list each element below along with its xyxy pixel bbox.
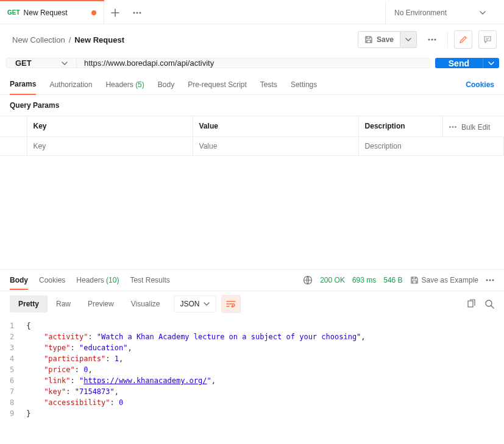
save-icon <box>364 35 373 44</box>
svg-point-3 <box>428 39 430 41</box>
send-button-group: Send <box>435 58 499 68</box>
tab-headers[interactable]: Headers (5) <box>105 75 144 94</box>
method-label: GET <box>15 58 32 68</box>
view-visualize-button[interactable]: Visualize <box>122 295 169 312</box>
cookies-link[interactable]: Cookies <box>466 80 494 89</box>
format-select[interactable]: JSON <box>174 295 216 312</box>
tab-tests[interactable]: Tests <box>260 75 277 94</box>
dots-icon <box>428 38 436 41</box>
status-size: 546 B <box>383 276 402 284</box>
viewer-right-controls <box>466 299 494 309</box>
format-label: JSON <box>180 300 200 308</box>
svg-point-4 <box>431 39 433 41</box>
tab-method-label: GET <box>7 9 20 16</box>
tab-body[interactable]: Body <box>158 75 174 94</box>
breadcrumb: New Collection / New Request <box>12 35 352 44</box>
description-column-header: Description <box>358 116 442 137</box>
breadcrumb-request: New Request <box>74 35 124 44</box>
svg-point-6 <box>449 126 450 127</box>
view-preview-button[interactable]: Preview <box>79 295 122 312</box>
checkbox-column-header <box>0 116 27 137</box>
send-button[interactable]: Send <box>435 58 483 68</box>
description-input[interactable] <box>365 142 497 150</box>
tab-prerequest[interactable]: Pre-request Script <box>188 75 247 94</box>
svg-point-7 <box>452 126 453 127</box>
response-tab-headers-label: Headers <box>76 276 104 284</box>
url-row: GET Send <box>0 55 504 74</box>
save-label: Save <box>377 35 394 44</box>
view-pretty-button[interactable]: Pretty <box>10 295 48 312</box>
bulk-edit-header[interactable]: Bulk Edit <box>443 116 504 137</box>
save-icon <box>410 276 419 284</box>
save-button[interactable]: Save <box>358 31 400 48</box>
comment-icon <box>483 35 492 44</box>
bulk-edit-label: Bulk Edit <box>461 123 490 132</box>
svg-point-8 <box>455 126 456 127</box>
copy-icon[interactable] <box>466 299 476 309</box>
new-tab-button[interactable] <box>104 9 126 17</box>
svg-point-5 <box>435 39 436 41</box>
url-input[interactable] <box>77 58 430 68</box>
value-input[interactable] <box>199 142 352 150</box>
globe-icon[interactable] <box>303 275 313 285</box>
save-as-example-button[interactable]: Save as Example <box>410 276 478 284</box>
value-column-header: Value <box>193 116 358 137</box>
search-icon[interactable] <box>484 299 494 309</box>
chevron-down-icon <box>204 302 210 306</box>
send-dropdown-button[interactable] <box>483 58 499 68</box>
svg-point-1 <box>137 12 138 13</box>
line-gutter: 123456789 <box>0 317 20 444</box>
unsaved-dot-icon <box>91 10 96 15</box>
pencil-icon <box>459 35 467 44</box>
key-column-header: Key <box>27 116 193 137</box>
response-tab-headers[interactable]: Headers (10) <box>76 276 119 284</box>
environment-dropdown[interactable]: No Environment <box>385 1 504 24</box>
method-select[interactable]: GET <box>7 58 77 68</box>
response-tab-cookies[interactable]: Cookies <box>39 276 65 284</box>
chevron-down-icon <box>62 62 68 65</box>
tab-overflow-button[interactable] <box>126 12 148 14</box>
svg-point-11 <box>489 280 491 281</box>
comment-button[interactable] <box>478 30 497 49</box>
svg-point-2 <box>140 12 141 13</box>
save-button-group: Save <box>358 31 417 48</box>
response-tabs: Body Cookies Headers (10) Test Results 2… <box>0 270 504 291</box>
response-status: 200 OK 693 ms 546 B Save as Example <box>303 275 494 285</box>
chevron-down-icon <box>480 11 486 15</box>
request-tabs: Params Authorization Headers (5) Body Pr… <box>0 74 504 95</box>
svg-point-14 <box>486 300 492 306</box>
response-tab-body[interactable]: Body <box>10 276 28 290</box>
tab-settings[interactable]: Settings <box>291 75 317 94</box>
checkbox-cell[interactable] <box>0 136 27 155</box>
response-body-viewer[interactable]: 123456789 { "activity": "Watch a Khan Ac… <box>0 317 504 444</box>
code-content[interactable]: { "activity": "Watch a Khan Academy lect… <box>20 317 504 444</box>
response-tab-headers-count: (10) <box>106 276 119 284</box>
edit-button[interactable] <box>454 30 472 49</box>
more-actions-button[interactable] <box>423 30 441 49</box>
breadcrumb-collection[interactable]: New Collection <box>12 35 65 44</box>
dots-icon <box>449 126 456 128</box>
tab-headers-count: (5) <box>135 80 144 89</box>
request-tab[interactable]: GET New Request <box>0 1 104 24</box>
save-dropdown-button[interactable] <box>400 31 417 48</box>
tab-params[interactable]: Params <box>10 74 36 95</box>
svg-point-0 <box>133 12 135 13</box>
header-row: New Collection / New Request Save <box>0 24 504 55</box>
status-time: 693 ms <box>352 276 376 284</box>
tab-authorization[interactable]: Authorization <box>49 75 92 94</box>
url-group: GET <box>6 58 430 68</box>
divider <box>447 31 448 48</box>
response-section: Body Cookies Headers (10) Test Results 2… <box>0 269 504 444</box>
response-tab-tests[interactable]: Test Results <box>130 276 169 284</box>
wrap-lines-button[interactable] <box>221 295 241 313</box>
key-input[interactable] <box>34 142 186 150</box>
svg-point-12 <box>492 280 494 281</box>
tab-title: New Request <box>24 9 68 17</box>
view-raw-button[interactable]: Raw <box>48 295 79 312</box>
viewer-controls: Pretty Raw Preview Visualize JSON <box>0 291 504 317</box>
chevron-down-icon <box>488 62 494 65</box>
tab-headers-label: Headers <box>105 80 133 89</box>
svg-point-10 <box>486 280 488 281</box>
dots-icon[interactable] <box>486 279 494 281</box>
save-as-example-label: Save as Example <box>422 276 478 284</box>
